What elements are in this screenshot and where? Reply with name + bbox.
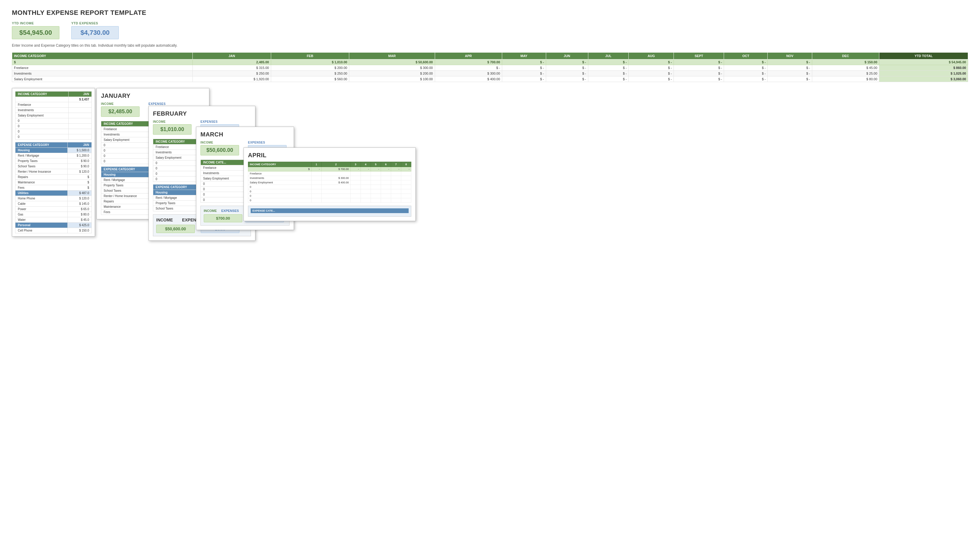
- ytd-expenses-value: $4,730.00: [71, 26, 119, 39]
- ytd-income-label: YTD INCOME: [12, 21, 59, 25]
- income-category-header: INCOME CATEGORY: [12, 53, 193, 59]
- table-row: 0: [248, 198, 411, 203]
- may-header: MAY: [502, 53, 546, 59]
- feb-inner-income-value: $50,600.00: [156, 225, 195, 233]
- ytd-income-value: $54,945.00: [12, 26, 59, 39]
- april-income-table: INCOME CATEGORY 1 2 3 4 5 6 7 8: [248, 162, 411, 203]
- april-sheet: APRIL INCOME CATEGORY 1 2 3 4 5 6 7: [243, 147, 416, 221]
- feb-income-value: $1,010.00: [153, 124, 191, 135]
- ytd-expenses-label: YTD EXPENSES: [71, 21, 119, 25]
- march-title: MARCH: [200, 131, 290, 138]
- march-inner-income-value: $700.00: [204, 214, 242, 222]
- table-row: Freelance: [248, 171, 411, 176]
- feb-header: FEB: [271, 53, 349, 59]
- left-income-table: INCOME CATEGORYJAN $ 2,437 Freelance Inv…: [15, 91, 92, 140]
- table-row: Freelance $ 315.00 $ 200.00 $ 300.00 $ -…: [12, 65, 968, 71]
- description-text: Enter Income and Expense Category titles…: [12, 43, 968, 48]
- ytd-row: YTD INCOME $54,945.00 YTD EXPENSES $4,73…: [12, 21, 968, 39]
- jul-header: JUL: [588, 53, 629, 59]
- table-row: 0: [248, 189, 411, 194]
- april-expense-partial: EXPENSE CATE...: [248, 206, 411, 217]
- april-expense-cat-label: EXPENSE CATE...: [251, 208, 409, 213]
- oct-header: OCT: [724, 53, 768, 59]
- aug-header: AUG: [629, 53, 674, 59]
- table-row: Salary Employment $ 400.00: [248, 180, 411, 185]
- income-table-wrapper: INCOME CATEGORY JAN FEB MAR APR MAY JUN …: [12, 52, 968, 82]
- january-title: JANUARY: [101, 93, 205, 99]
- table-row: Salary Employment $ 1,920.00 $ 560.00 $ …: [12, 77, 968, 82]
- income-table: INCOME CATEGORY JAN FEB MAR APR MAY JUN …: [12, 52, 968, 82]
- main-panel: INCOME CATEGORYJAN $ 2,437 Freelance Inv…: [12, 88, 95, 236]
- sheets-container: INCOME CATEGORYJAN $ 2,437 Freelance Inv…: [12, 88, 968, 311]
- page-title: MONTHLY EXPENSE REPORT TEMPLATE: [12, 9, 968, 17]
- ytd-total-header: YTD TOTAL: [879, 53, 968, 59]
- jan-income-value: $2,485.00: [101, 106, 140, 117]
- nov-header: NOV: [768, 53, 812, 59]
- left-expense-cat-header: EXPENSE CATEGORY: [16, 142, 68, 148]
- jun-header: JUN: [546, 53, 588, 59]
- income-header-row: INCOME CATEGORY JAN FEB MAR APR MAY JUN …: [12, 53, 968, 59]
- page-wrapper: MONTHLY EXPENSE REPORT TEMPLATE YTD INCO…: [12, 9, 968, 311]
- april-summary: INCOME CATEGORY 1 2 3 4 5 6 7 8: [248, 162, 411, 203]
- ytd-income-block: YTD INCOME $54,945.00: [12, 21, 59, 39]
- mar-header: MAR: [349, 53, 435, 59]
- table-row: 0: [248, 185, 411, 189]
- income-totals-row: $ 2,485.00 $ 1,010.00 $ 50,600.00 $ 700.…: [12, 59, 968, 65]
- dec-header: DEC: [812, 53, 879, 59]
- table-row: Investments $ 300.00: [248, 176, 411, 180]
- sept-header: SEPT: [674, 53, 724, 59]
- ytd-expenses-block: YTD EXPENSES $4,730.00: [71, 21, 119, 39]
- left-expense-table: EXPENSE CATEGORYJAN Housing$ 1,500.0 Ren…: [15, 142, 92, 233]
- table-row: Investments $ 250.00 $ 250.00 $ 200.00 $…: [12, 71, 968, 77]
- table-row: 0: [248, 194, 411, 198]
- february-title: FEBRUARY: [153, 110, 251, 117]
- march-income-value: $50,600.00: [200, 145, 239, 155]
- april-title: APRIL: [248, 152, 411, 159]
- apr-header: APR: [435, 53, 502, 59]
- left-income-cat-header: INCOME CATEGORY: [16, 91, 68, 97]
- jan-header: JAN: [193, 53, 271, 59]
